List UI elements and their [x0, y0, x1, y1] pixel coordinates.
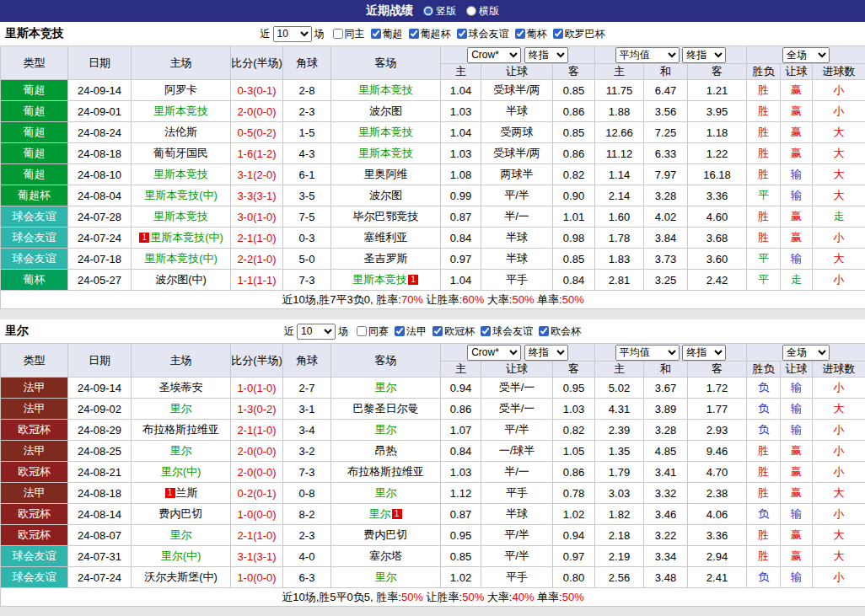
home-team-name[interactable]: 布拉格斯拉维亚	[142, 423, 219, 436]
away-team-name[interactable]: 里斯本竞技	[358, 83, 413, 96]
away-team-name[interactable]: 里尔	[375, 570, 397, 583]
score-cell[interactable]: 1-0(0-0)	[231, 504, 283, 525]
filter-checkbox-input[interactable]	[432, 326, 443, 336]
europe-stage-select[interactable]: 终指	[682, 345, 726, 361]
score-cell[interactable]: 3-1(3-1)	[231, 546, 283, 567]
filter-checkbox-欧冠杯[interactable]: 欧冠杯	[432, 324, 475, 339]
score-cell[interactable]: 0-2(0-1)	[231, 483, 283, 504]
home-team-name[interactable]: 里斯本竞技	[153, 104, 208, 117]
home-team-name[interactable]: 里斯本竞技	[153, 210, 208, 222]
home-team-name[interactable]: 圣埃蒂安	[159, 381, 203, 394]
score-cell[interactable]: 3-1(2-0)	[231, 164, 283, 185]
home-team-name[interactable]: 兰斯	[176, 486, 198, 499]
home-team-name[interactable]: 阿罗卡	[164, 83, 197, 96]
away-team-name[interactable]: 塞维利亚	[364, 231, 408, 244]
away-team-name[interactable]: 里斯本竞技	[352, 273, 407, 286]
score-cell[interactable]: 1-6(1-2)	[231, 143, 283, 164]
filter-checkbox-input[interactable]	[333, 29, 343, 39]
home-team-name[interactable]: 法伦斯	[164, 126, 197, 138]
filter-checkbox-input[interactable]	[409, 29, 419, 39]
score-cell[interactable]: 3-0(1-0)	[231, 206, 283, 228]
filter-checkbox-input[interactable]	[395, 326, 405, 336]
away-team-name[interactable]: 波尔图	[369, 189, 402, 201]
europe-home-odds-cell: 1.78	[595, 228, 644, 249]
home-team-name[interactable]: 里尔	[170, 444, 192, 457]
score-cell[interactable]: 1-3(0-2)	[231, 399, 283, 420]
score-cell[interactable]: 2-2(1-0)	[231, 249, 283, 270]
scope-select[interactable]: 全场	[782, 345, 830, 361]
away-team-name[interactable]: 布拉格斯拉维亚	[347, 465, 424, 478]
filter-checkbox-欧罗巴杯[interactable]: 欧罗巴杯	[553, 27, 605, 41]
score-cell[interactable]: 1-0(0-0)	[231, 567, 283, 588]
bookmaker-select[interactable]: Crow*	[467, 47, 521, 63]
home-team-name[interactable]: 波尔图(中)	[155, 273, 207, 286]
score-cell[interactable]: 1-0(1-0)	[231, 378, 283, 399]
away-team-name[interactable]: 里奥阿维	[364, 168, 408, 180]
filter-checkbox-球会友谊[interactable]: 球会友谊	[481, 324, 533, 339]
score-cell[interactable]: 2-0(0-0)	[231, 101, 283, 122]
home-team-name[interactable]: 葡萄牙国民	[153, 147, 208, 159]
home-team-name[interactable]: 里斯本竞技(中)	[144, 189, 218, 201]
score-cell[interactable]: 0-3(0-1)	[231, 80, 283, 101]
handicap-line-cell: 平/半	[481, 420, 553, 441]
away-team-name[interactable]: 费内巴切	[364, 528, 408, 541]
away-team-name[interactable]: 里尔	[375, 381, 397, 394]
score-cell[interactable]: 2-1(1-0)	[231, 420, 283, 441]
layout-option-vertical[interactable]: 竖版	[423, 4, 456, 19]
match-count-select[interactable]: 10	[297, 324, 336, 340]
score-cell[interactable]: 0-5(0-2)	[231, 122, 283, 143]
filter-checkbox-欧会杯[interactable]: 欧会杯	[539, 324, 581, 339]
horizontal-layout-radio[interactable]	[466, 6, 476, 16]
vertical-layout-radio[interactable]	[423, 6, 433, 16]
home-team-name[interactable]: 里斯本竞技(中)	[144, 252, 218, 265]
away-team-name[interactable]: 里尔	[369, 507, 391, 520]
europe-average-select[interactable]: 平均值	[615, 345, 680, 361]
away-team-name[interactable]: 塞尔塔	[369, 549, 402, 562]
bookmaker-select[interactable]: Crow*	[467, 345, 521, 361]
filter-checkbox-球会友谊[interactable]: 球会友谊	[457, 27, 509, 41]
away-team-name[interactable]: 毕尔巴鄂竞技	[353, 210, 419, 222]
filter-checkbox-葡超[interactable]: 葡超	[371, 27, 403, 41]
filter-checkbox-input[interactable]	[515, 29, 525, 39]
away-team-name[interactable]: 里斯本竞技	[358, 147, 413, 159]
europe-average-select[interactable]: 平均值	[615, 47, 680, 63]
score-cell[interactable]: 2-0(0-0)	[231, 462, 283, 483]
filter-checkbox-葡超杯[interactable]: 葡超杯	[409, 27, 451, 41]
filter-checkbox-同赛[interactable]: 同赛	[357, 324, 389, 339]
filter-checkbox-input[interactable]	[457, 29, 467, 39]
filter-checkbox-葡杯[interactable]: 葡杯	[515, 27, 547, 41]
filter-checkbox-input[interactable]	[481, 326, 491, 336]
layout-option-horizontal[interactable]: 横版	[466, 4, 499, 19]
away-team-name[interactable]: 里尔	[375, 486, 397, 499]
score-cell[interactable]: 3-3(3-1)	[231, 185, 283, 206]
home-team-name[interactable]: 里斯本竞技(中)	[150, 231, 223, 244]
home-team-name[interactable]: 沃尔夫斯堡(中)	[144, 570, 218, 583]
match-count-select[interactable]: 10	[273, 26, 312, 42]
score-cell[interactable]: 1-1(1-1)	[231, 270, 283, 291]
home-team-name[interactable]: 里尔(中)	[161, 465, 201, 478]
filter-checkbox-input[interactable]	[371, 29, 381, 39]
score-cell[interactable]: 2-0(0-0)	[231, 441, 283, 462]
filter-checkbox-input[interactable]	[539, 326, 549, 336]
home-team-name[interactable]: 费内巴切	[159, 507, 203, 520]
filter-checkbox-同主[interactable]: 同主	[333, 27, 365, 41]
home-team-name[interactable]: 里斯本竞技	[153, 168, 208, 180]
filter-checkbox-input[interactable]	[357, 326, 367, 336]
handicap-stage-select[interactable]: 终指	[524, 345, 568, 361]
filter-checkbox-input[interactable]	[553, 29, 563, 39]
away-team-name[interactable]: 波尔图	[369, 104, 402, 117]
home-team-name[interactable]: 里尔	[170, 402, 192, 415]
handicap-stage-select[interactable]: 终指	[524, 47, 568, 63]
score-cell[interactable]: 2-1(1-0)	[231, 228, 283, 249]
filter-checkbox-法甲[interactable]: 法甲	[395, 324, 427, 339]
scope-select[interactable]: 全场	[782, 47, 830, 63]
score-cell[interactable]: 2-1(1-0)	[231, 525, 283, 546]
away-team-name[interactable]: 圣吉罗斯	[364, 252, 408, 265]
home-team-name[interactable]: 里尔	[170, 528, 192, 541]
away-team-name[interactable]: 里斯本竞技	[358, 126, 413, 138]
home-team-name[interactable]: 里尔(中)	[161, 549, 201, 562]
away-team-name[interactable]: 里尔	[375, 423, 397, 436]
away-team-name[interactable]: 巴黎圣日尔曼	[353, 402, 419, 415]
europe-stage-select[interactable]: 终指	[682, 47, 726, 63]
away-team-name[interactable]: 昂热	[375, 444, 397, 457]
